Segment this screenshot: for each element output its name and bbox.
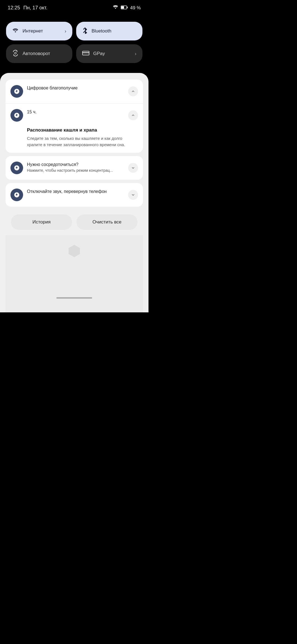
svg-rect-1 [127, 7, 128, 8]
flip-mute-icon [10, 189, 23, 201]
cough-expand[interactable] [128, 110, 138, 120]
focus-content: Нужно сосредоточиться? Нажмите, чтобы на… [27, 162, 124, 173]
flip-mute-expand[interactable] [128, 190, 138, 200]
tile-internet[interactable]: Интернет › [6, 22, 72, 40]
quick-tiles: Интернет › Bluetooth Автоповорот [0, 13, 148, 67]
action-buttons: История Очистить все [6, 210, 143, 235]
wifi-tile-icon [12, 28, 19, 34]
tile-internet-arrow: › [65, 28, 66, 34]
tile-autorotate-label: Автоповорот [23, 51, 66, 56]
home-button[interactable] [67, 244, 82, 258]
card-tile-icon [82, 50, 89, 57]
svg-rect-6 [82, 52, 89, 53]
flip-mute-content: Отключайте звук, перевернув телефон [27, 189, 124, 195]
cough-expanded-body: Следите за тем, сколько вы кашляете и ка… [27, 135, 138, 148]
focus-icon [10, 162, 23, 174]
flip-mute-title: Отключайте звук, перевернув телефон [27, 189, 124, 195]
focus-expand[interactable] [128, 163, 138, 173]
cough-time: 15 ч. [27, 109, 124, 115]
tile-gpay-label: GPay [93, 51, 131, 56]
rotate-tile-icon [12, 50, 19, 58]
tile-internet-label: Интернет [23, 28, 61, 34]
tile-bluetooth-label: Bluetooth [92, 28, 136, 34]
notif-row-cough[interactable]: 15 ч. [6, 103, 143, 127]
status-left: 12:25 Пн, 17 окт. [8, 5, 47, 11]
svg-line-3 [83, 28, 85, 29]
history-button[interactable]: История [11, 214, 72, 230]
notif-row-focus[interactable]: Нужно сосредоточиться? Нажмите, чтобы на… [6, 156, 143, 180]
tile-bluetooth[interactable]: Bluetooth [76, 22, 142, 40]
cough-content: 15 ч. [27, 109, 124, 115]
notification-card-focus: Нужно сосредоточиться? Нажмите, чтобы на… [6, 156, 143, 180]
tile-gpay-arrow: › [135, 51, 136, 57]
clear-all-button[interactable]: Очистить все [76, 214, 138, 230]
battery-icon [121, 5, 128, 11]
svg-line-4 [83, 31, 85, 33]
home-area [6, 235, 143, 312]
status-right: 49 % [112, 5, 141, 11]
svg-rect-2 [121, 6, 124, 9]
status-bar: 12:25 Пн, 17 окт. 49 % [0, 0, 148, 13]
notification-card-digital-wellbeing: Цифровое благополучие 15 ч. Распознавани… [6, 80, 143, 153]
notification-area: Цифровое благополучие 15 ч. Распознавани… [0, 73, 148, 312]
notification-card-flip-mute: Отключайте звук, перевернув телефон [6, 183, 143, 207]
cough-expanded-content: Распознавание кашля и храпа Следите за т… [6, 127, 143, 153]
focus-title: Нужно сосредоточиться? [27, 162, 124, 168]
wifi-icon [112, 5, 119, 11]
cough-expanded-title: Распознавание кашля и храпа [27, 127, 138, 133]
tile-gpay[interactable]: GPay › [76, 44, 142, 63]
digital-wellbeing-content: Цифровое благополучие [27, 85, 124, 91]
notif-row-flip-mute[interactable]: Отключайте звук, перевернув телефон [6, 183, 143, 207]
focus-subtitle: Нажмите, чтобы настроить режим концентра… [27, 168, 124, 173]
digital-wellbeing-expand[interactable] [128, 86, 138, 96]
time: 12:25 [8, 5, 20, 11]
digital-wellbeing-icon [10, 85, 23, 98]
date: Пн, 17 окт. [23, 5, 47, 11]
tile-autorotate[interactable]: Автоповорот [6, 44, 72, 63]
battery-level: 49 % [130, 5, 141, 11]
digital-wellbeing-title: Цифровое благополучие [27, 85, 124, 91]
bluetooth-tile-icon [82, 27, 88, 35]
home-indicator [56, 297, 92, 299]
cough-icon [10, 109, 23, 122]
notif-row-digital-wellbeing[interactable]: Цифровое благополучие [6, 80, 143, 103]
